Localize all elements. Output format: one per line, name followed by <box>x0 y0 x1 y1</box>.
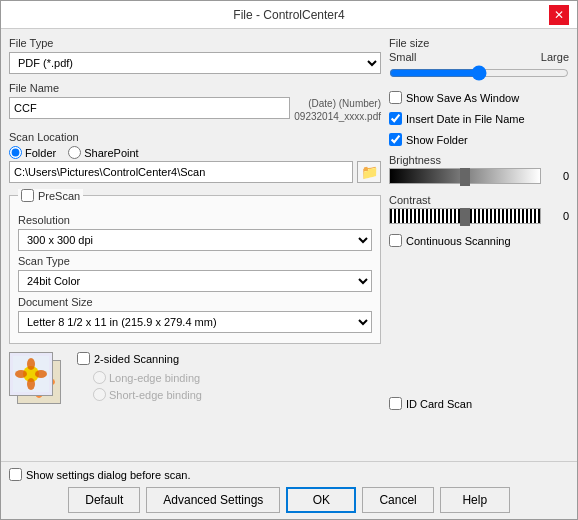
left-column: File Type PDF (*.pdf) JPEG (*.jpg) PNG (… <box>9 37 381 344</box>
brightness-slider-row: 0 <box>389 168 569 184</box>
document-size-label: Document Size <box>18 296 372 308</box>
show-save-as-label: Show Save As Window <box>406 92 519 104</box>
file-size-range-labels: Small Large <box>389 51 569 63</box>
two-sided-label: 2-sided Scanning <box>94 353 179 365</box>
window-title: File - ControlCenter4 <box>29 8 549 22</box>
document-size-select[interactable]: Letter 8 1/2 x 11 in (215.9 x 279.4 mm) … <box>18 311 372 333</box>
continuous-scanning-label: Continuous Scanning <box>406 235 511 247</box>
short-edge-row: Short-edge binding <box>77 388 381 401</box>
folder-radio-label: Folder <box>25 147 56 159</box>
prescan-title: PreScan <box>18 189 83 206</box>
insert-date-checkbox[interactable] <box>389 112 402 125</box>
cancel-button[interactable]: Cancel <box>362 487 433 513</box>
file-size-large: Large <box>541 51 569 63</box>
path-row: 📁 <box>9 161 381 183</box>
show-folder-row: Show Folder <box>389 133 569 146</box>
insert-date-row: Insert Date in File Name <box>389 112 569 125</box>
resolution-select[interactable]: 300 x 300 dpi 600 x 600 dpi <box>18 229 372 251</box>
scan-location-radios: Folder SharePoint <box>9 146 381 159</box>
brightness-label: Brightness <box>389 154 569 166</box>
folder-radio-item[interactable]: Folder <box>9 146 56 159</box>
long-edge-label: Long-edge binding <box>109 372 200 384</box>
show-save-as-checkbox[interactable] <box>389 91 402 104</box>
brightness-track[interactable] <box>389 168 541 184</box>
file-size-title: File size <box>389 37 429 49</box>
advanced-settings-button[interactable]: Advanced Settings <box>146 487 280 513</box>
file-name-input[interactable] <box>9 97 290 119</box>
id-card-checkbox[interactable] <box>389 397 402 410</box>
show-settings-row: Show settings dialog before scan. <box>9 468 569 481</box>
folder-radio[interactable] <box>9 146 22 159</box>
sharepoint-radio-item[interactable]: SharePoint <box>68 146 138 159</box>
show-save-as-row: Show Save As Window <box>389 91 569 104</box>
right-column: File size Small Large Show Save As Windo… <box>389 37 569 344</box>
show-folder-label: Show Folder <box>406 134 468 146</box>
resolution-label: Resolution <box>18 214 372 226</box>
file-type-select[interactable]: PDF (*.pdf) JPEG (*.jpg) PNG (*.png) <box>9 52 381 74</box>
help-button[interactable]: Help <box>440 487 510 513</box>
prescan-section: PreScan Resolution 300 x 300 dpi 600 x 6… <box>9 195 381 344</box>
short-edge-label: Short-edge binding <box>109 389 202 401</box>
ok-button[interactable]: OK <box>286 487 356 513</box>
two-sided-column: 2-sided Scanning Long-edge binding Short… <box>77 352 381 412</box>
main-content: File Type PDF (*.pdf) JPEG (*.jpg) PNG (… <box>1 29 577 461</box>
scan-image-front <box>9 352 53 396</box>
contrast-value: 0 <box>545 210 569 222</box>
scan-type-label: Scan Type <box>18 255 372 267</box>
long-edge-row: Long-edge binding <box>77 371 381 384</box>
resolution-field: Resolution 300 x 300 dpi 600 x 600 dpi <box>18 214 372 251</box>
contrast-label: Contrast <box>389 194 569 206</box>
document-size-field: Document Size Letter 8 1/2 x 11 in (215.… <box>18 296 372 333</box>
continuous-scanning-checkbox[interactable] <box>389 234 402 247</box>
scan-type-select[interactable]: 24bit Color Grayscale <box>18 270 372 292</box>
main-window: File - ControlCenter4 ✕ File Type PDF (*… <box>0 0 578 520</box>
prescan-checkbox[interactable] <box>21 189 34 202</box>
browse-button[interactable]: 📁 <box>357 161 381 183</box>
sharepoint-radio[interactable] <box>68 146 81 159</box>
right-bottom: ID Card Scan <box>389 352 569 412</box>
prescan-content: Resolution 300 x 300 dpi 600 x 600 dpi S… <box>18 214 372 333</box>
file-size-labels: File size <box>389 37 569 49</box>
prescan-label: PreScan <box>38 190 80 202</box>
file-name-field: File Name (Date) (Number) 09232014_xxxx.… <box>9 82 381 123</box>
short-edge-radio[interactable] <box>93 388 106 401</box>
two-sided-checkbox[interactable] <box>77 352 90 365</box>
svg-point-10 <box>35 370 47 378</box>
two-sided-row: 2-sided Scanning <box>77 352 381 365</box>
show-folder-checkbox[interactable] <box>389 133 402 146</box>
file-type-label: File Type <box>9 37 381 49</box>
id-card-label: ID Card Scan <box>406 398 472 410</box>
svg-point-7 <box>27 358 35 370</box>
scan-image-icon <box>9 352 69 412</box>
file-name-row: (Date) (Number) 09232014_xxxx.pdf <box>9 97 381 123</box>
title-bar: File - ControlCenter4 ✕ <box>1 1 577 29</box>
default-button[interactable]: Default <box>68 487 140 513</box>
show-settings-label: Show settings dialog before scan. <box>26 469 191 481</box>
close-button[interactable]: ✕ <box>549 5 569 25</box>
top-section: File Type PDF (*.pdf) JPEG (*.jpg) PNG (… <box>9 37 569 344</box>
contrast-track[interactable] <box>389 208 541 224</box>
footer: Show settings dialog before scan. Defaul… <box>1 461 577 519</box>
svg-point-9 <box>15 370 27 378</box>
file-name-hint: (Date) (Number) 09232014_xxxx.pdf <box>294 97 381 123</box>
id-card-row: ID Card Scan <box>389 397 569 410</box>
file-size-section: File size Small Large <box>389 37 569 81</box>
brightness-section: Brightness 0 <box>389 154 569 184</box>
file-size-slider[interactable] <box>389 65 569 81</box>
bottom-section: 2-sided Scanning Long-edge binding Short… <box>9 352 569 412</box>
long-edge-radio[interactable] <box>93 371 106 384</box>
contrast-section: Contrast 0 <box>389 194 569 224</box>
footer-buttons: Default Advanced Settings OK Cancel Help <box>9 487 569 513</box>
scan-location-label: Scan Location <box>9 131 381 143</box>
file-name-label: File Name <box>9 82 381 94</box>
file-type-field: File Type PDF (*.pdf) JPEG (*.jpg) PNG (… <box>9 37 381 74</box>
svg-point-8 <box>27 378 35 390</box>
sharepoint-radio-label: SharePoint <box>84 147 138 159</box>
show-settings-checkbox[interactable] <box>9 468 22 481</box>
contrast-slider-row: 0 <box>389 208 569 224</box>
scan-type-field: Scan Type 24bit Color Grayscale <box>18 255 372 292</box>
path-input[interactable] <box>9 161 353 183</box>
file-size-small: Small <box>389 51 417 63</box>
brightness-value: 0 <box>545 170 569 182</box>
scan-location-field: Scan Location Folder SharePoint <box>9 131 381 183</box>
